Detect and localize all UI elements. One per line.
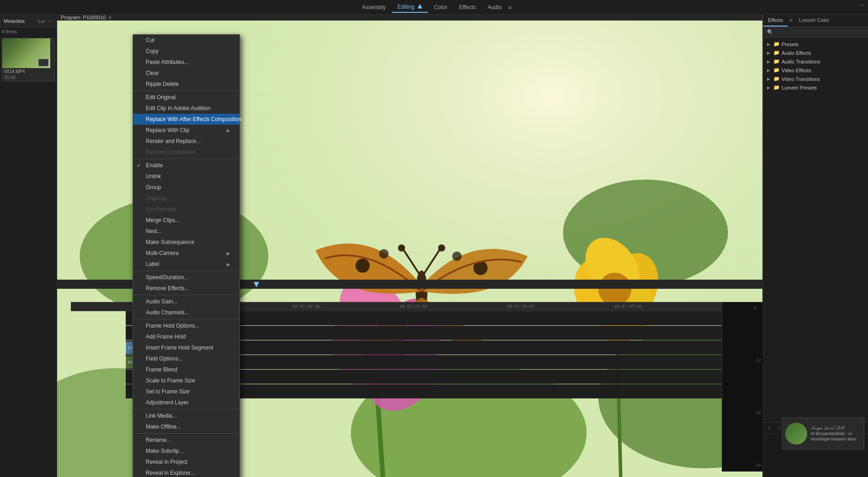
tree-item-audio-transitions[interactable]: ▶ 📁 Audio Transitions [763, 57, 868, 66]
tab-effects[interactable]: Effects [453, 2, 481, 12]
ctx-rename[interactable]: Rename... [133, 435, 240, 445]
folder-icon-video-effects: 📁 [773, 67, 780, 73]
ctx-edit-original[interactable]: Edit Original [133, 92, 240, 103]
ctx-audio-gain[interactable]: Audio Gain... [133, 296, 240, 307]
media-item[interactable]: 0014.MP4 15:42 [2, 38, 55, 81]
ctx-insert-frame-hold-seg[interactable]: Insert Frame Hold Segment [133, 342, 240, 353]
ctx-clear-label: Clear [146, 70, 159, 76]
tab-color[interactable]: Color [429, 2, 453, 12]
effects-tree: ▶ 📁 Presets ▶ 📁 Audio Effects ▶ 📁 Audio … [763, 38, 868, 422]
ctx-audio-channels[interactable]: Audio Channels... [133, 307, 240, 318]
tree-arrow-presets: ▶ [767, 42, 772, 47]
tree-item-presets[interactable]: ▶ 📁 Presets [763, 40, 868, 48]
tab-assembly[interactable]: Assembly [357, 2, 391, 12]
ctx-replace-ae-label: Replace With After Effects Composition [146, 116, 241, 122]
ctx-mo-label: Make Offline... [146, 424, 181, 430]
monitor-title: Program: P1000010 [61, 15, 106, 20]
monitor-menu-icon[interactable]: ≡ [108, 15, 111, 20]
tree-item-audio-effects[interactable]: ▶ 📁 Audio Effects [763, 48, 868, 57]
social-name: Moshfeghi-Nafasim Barn [811, 436, 856, 442]
ctx-paste-attributes[interactable]: Paste Attributes... [133, 57, 240, 68]
ctx-multicamera[interactable]: Multi-Camera ▶ [133, 248, 240, 259]
panel-more-icon[interactable]: >> [47, 18, 53, 24]
ctx-sep-7 [133, 433, 240, 434]
ctx-make-offline[interactable]: Make Offline... [133, 421, 240, 432]
ctx-make-subsequence[interactable]: Make Subsequence [133, 237, 240, 248]
ctx-adjustment-layer[interactable]: Adjustment Layer [133, 397, 240, 408]
effects-search: 🔍 [763, 27, 868, 38]
ctx-reveal-project[interactable]: Reveal in Project [133, 456, 240, 467]
ctx-edit-audition[interactable]: Edit Clip In Adobe Audition [133, 103, 240, 114]
folder-icon-video-transitions: 📁 [773, 76, 780, 82]
more-workspaces-button[interactable]: » [508, 4, 512, 11]
ctx-merge-clips[interactable]: Merge Clips... [133, 215, 240, 226]
media-duration: 15:42 [2, 75, 54, 81]
ctx-merge-label: Merge Clips... [146, 217, 180, 223]
ctx-group[interactable]: Group [133, 182, 240, 193]
ctx-subseq-label: Make Subsequence [146, 239, 194, 245]
ctx-replace-ae[interactable]: Replace With After Effects Composition [133, 114, 240, 125]
ctx-make-subclip[interactable]: Make Subclip... [133, 445, 240, 456]
audio-transitions-label: Audio Transitions [782, 59, 820, 64]
ctx-render-replace[interactable]: Render and Replace... [133, 136, 240, 147]
tab-audio[interactable]: Audio [482, 2, 507, 12]
folder-icon-lumetri-presets: 📁 [773, 85, 780, 90]
db-label-2: -24 [754, 411, 761, 415]
lur-tab[interactable]: Lur [36, 18, 47, 24]
ctx-sep-2 [133, 159, 240, 159]
ctx-paste-label: Paste Attributes... [146, 59, 189, 65]
ctx-rename-label: Rename... [146, 437, 171, 443]
ctx-replace-clip[interactable]: Replace With Clip ▶ [133, 125, 240, 136]
playhead-triangle [254, 282, 259, 287]
ctx-frame-blend[interactable]: Frame Blend [133, 364, 240, 375]
effects-panel: Effects ≡ Lumetri Color 🔍 ▶ 📁 Presets ▶ … [763, 15, 868, 477]
left-panel: Metadata Lur >> 4 Items 0014.MP4 15:42 [0, 15, 57, 477]
waveform-panel: 0 -12 -24 -36 [722, 302, 763, 472]
ctx-scale-to-frame[interactable]: Scale to Frame Size [133, 375, 240, 386]
ctx-checkmark-icon: ✓ [137, 163, 141, 169]
ctx-link-media[interactable]: Link Media... [133, 410, 240, 421]
tree-item-video-effects[interactable]: ▶ 📁 Video Effects [763, 66, 868, 74]
ctx-gain-label: Audio Gain... [146, 298, 177, 305]
ctx-afh-label: Add Frame Hold [146, 334, 186, 340]
ctx-speed-duration[interactable]: Speed/Duration... [133, 272, 240, 283]
ctx-re-label: Reveal in Explorer... [146, 470, 195, 476]
context-menu: Cut Copy Paste Attributes... Clear Rippl… [133, 34, 240, 477]
ctx-fo-label: Field Options... [146, 355, 183, 362]
ctx-channels-label: Audio Channels... [146, 309, 189, 316]
ctx-unlink[interactable]: Unlink [133, 171, 240, 182]
ctx-reveal-explorer[interactable]: Reveal in Explorer... [133, 467, 240, 477]
workspace-tabs: Assembly Editing Color Effects Audio » [357, 2, 512, 13]
ctx-nest[interactable]: Nest... [133, 226, 240, 237]
search-input[interactable] [775, 30, 864, 35]
ctx-stf-label: Scale to Frame Size [146, 377, 195, 384]
ctx-ripple-label: Ripple Delete [146, 81, 179, 87]
ctx-set-to-frame[interactable]: Set to Frame Size [133, 386, 240, 397]
effects-menu-icon[interactable]: ≡ [788, 15, 794, 26]
metadata-tab[interactable]: Metadata [4, 18, 36, 24]
ctx-add-frame-hold[interactable]: Add Frame Hold [133, 331, 240, 342]
ctx-ripple-delete[interactable]: Ripple Delete [133, 79, 240, 90]
ctx-label[interactable]: Label ▶ [133, 259, 240, 270]
ctx-clear[interactable]: Clear [133, 68, 240, 79]
tab-editing[interactable]: Editing [392, 2, 428, 13]
ctx-cut[interactable]: Cut [133, 35, 240, 46]
ctx-field-options[interactable]: Field Options... [133, 353, 240, 364]
tree-item-video-transitions[interactable]: ▶ 📁 Video Transitions [763, 74, 868, 83]
tree-item-lumetri-presets[interactable]: ▶ 📁 Lumetri Presets [763, 83, 868, 92]
ctx-enable[interactable]: ✓ Enable [133, 160, 240, 171]
ctx-remove-effects[interactable]: Remove Effects... [133, 283, 240, 294]
editing-icon [418, 4, 422, 9]
lumetri-color-tab[interactable]: Lumetri Color [794, 15, 834, 26]
ctx-frame-hold-options[interactable]: Frame Hold Options... [133, 320, 240, 331]
panel-tabs: Effects ≡ Lumetri Color [763, 15, 868, 27]
tree-arrow-lumetri-presets: ▶ [767, 85, 772, 90]
social-card: کانال اردبیل موزیک Id @myardabilkids - A… [782, 418, 864, 450]
ctx-render-label: Render and Replace... [146, 138, 201, 144]
ctx-replace-clip-label: Replace With Clip [146, 127, 189, 133]
ctx-copy[interactable]: Copy [133, 46, 240, 57]
effects-tab[interactable]: Effects [763, 15, 788, 26]
ruler-mark-5: 00:01:45:00 [614, 304, 642, 309]
ctx-setf-label: Set to Frame Size [146, 388, 190, 395]
tree-arrow-audio-transitions: ▶ [767, 59, 772, 64]
